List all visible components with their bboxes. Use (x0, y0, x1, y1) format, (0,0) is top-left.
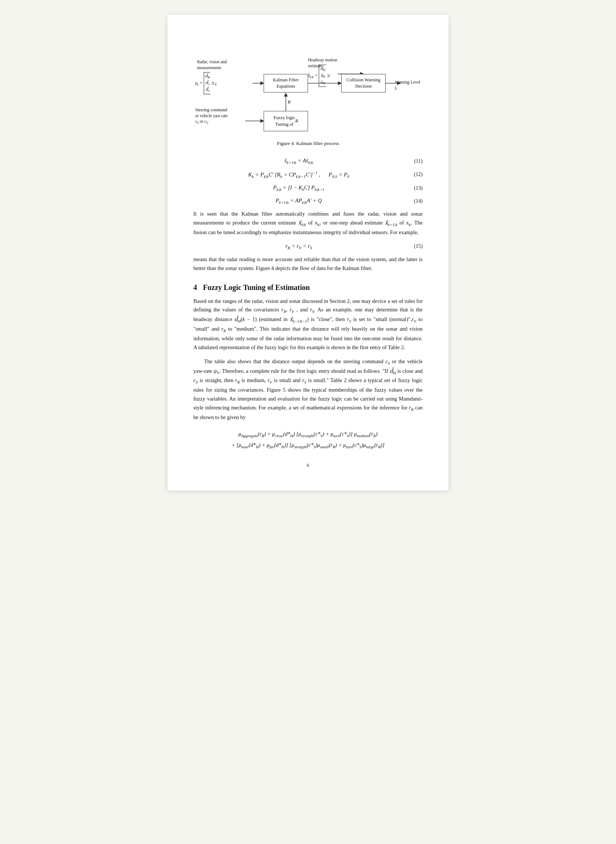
eq-12-content: Kk = Pk|kC′ [Rk + CPk|k−1C′]−1 , P0|1 = … (194, 170, 404, 179)
big-equation: μAggregate(rR) = μclose(d*H) [μstraight(… (194, 429, 422, 451)
eq-15-number: (15) (404, 244, 422, 249)
eq-11-row: ŝk+1|k = Aŝk|k (11) (194, 157, 422, 165)
kalman-box: Kalman FilterEquations (264, 74, 308, 92)
diagram: Radar, vision andmeasurements γk = d̂R d… (194, 37, 422, 137)
fuzzy-box: Fuzzy logicTuning ofR (264, 111, 308, 131)
eq-11-content: ŝk+1|k = Aŝk|k (194, 157, 404, 164)
body-para-2: means that the radar reading is more acc… (194, 255, 422, 273)
page: Radar, vision andmeasurements γk = d̂R d… (167, 15, 449, 490)
gamma-matrix: γk = d̂R d̂v d̂s k (195, 72, 217, 94)
page-number: 6 (194, 462, 422, 468)
eq-15-row: rR < rV < rS (15) (194, 242, 422, 251)
big-eq-line2: + [μnear(d*H) + μfar(d*H)] [μstraight(c*… (194, 440, 422, 451)
diagram-container: Radar, vision andmeasurements γk = d̂R d… (194, 37, 422, 137)
r-label: R (287, 99, 290, 105)
eq-13-content: Pk|k = [I − KkC] Pk|k−1 (194, 185, 404, 192)
section-number: 4 (194, 283, 197, 292)
body-para-1: It is seen that the Kalman filter automa… (194, 210, 422, 237)
eq-14-row: Pk+1|k = APk|kA′ + Q (14) (194, 197, 422, 205)
collision-box: Collision WarningDecision (341, 74, 386, 92)
radar-label: Radar, vision andmeasurements (197, 59, 234, 70)
equations-block: ŝk+1|k = Aŝk|k (11) Kk = Pk|kC′ [Rk + CP… (194, 157, 422, 205)
section-4-header: 4 Fuzzy Logic Tuning of Estimation (194, 283, 422, 292)
shat-matrix: ŝk|k = d̂H ṡH âH (308, 65, 330, 87)
warning-label: Warning LevelL (395, 79, 420, 91)
big-eq-line1: μAggregate(rR) = μclose(d*H) [μstraight(… (194, 429, 422, 440)
eq-13-number: (13) (404, 185, 422, 191)
steering-label: Steering commandor vehicle yaw ratecS or… (195, 107, 236, 125)
figure-caption: Figure 4: Kalman filter process (194, 141, 422, 147)
body-para-3: Based on the ranges of the radar, vision… (194, 297, 422, 352)
eq-12-row: Kk = Pk|kC′ [Rk + CPk|k−1C′]−1 , P0|1 = … (194, 170, 422, 179)
section-title: Fuzzy Logic Tuning of Estimation (203, 283, 310, 292)
eq-12-number: (12) (404, 172, 422, 178)
eq-13-row: Pk|k = [I − KkC] Pk|k−1 (13) (194, 184, 422, 192)
body-para-4: The table also shows that the distance o… (194, 357, 422, 422)
eq-14-number: (14) (404, 198, 422, 204)
eq-11-number: (11) (404, 158, 422, 164)
eq-15-content: rR < rV < rS (194, 243, 404, 250)
eq-14-content: Pk+1|k = APk|kA′ + Q (194, 198, 404, 204)
